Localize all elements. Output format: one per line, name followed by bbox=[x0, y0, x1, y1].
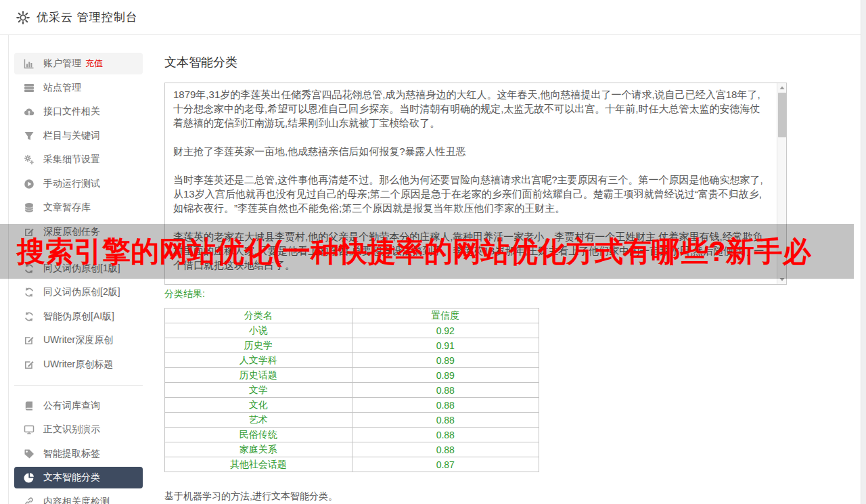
sidebar-item-article-staging[interactable]: 文章暂存库 bbox=[14, 197, 143, 219]
sidebar-item-label: UWriter原创标题 bbox=[43, 359, 113, 371]
bar-chart-icon bbox=[24, 58, 35, 69]
table-cell: 0.92 bbox=[352, 323, 539, 338]
table-row: 其他社会话题0.87 bbox=[165, 457, 539, 472]
result-label: 分类结果: bbox=[164, 288, 205, 300]
page-title: 文本智能分类 bbox=[164, 54, 237, 70]
filter-icon bbox=[24, 131, 35, 141]
classification-result-table: 分类名置信度小说0.92历史学0.91人文学科0.89历史话题0.89文学0.8… bbox=[164, 308, 539, 472]
table-cell: 0.91 bbox=[352, 338, 539, 353]
table-row: 人文学科0.89 bbox=[165, 353, 539, 368]
watermark-overlay: 搜索引擎的网站优化(一种快捷率的网站优化方式有哪些?新手必 bbox=[0, 224, 854, 279]
sidebar-item-ai-rewrite[interactable]: 智能伪原创[AI版] bbox=[14, 306, 143, 327]
table-row: 民俗传统0.88 bbox=[165, 428, 539, 442]
table-cell: 人文学科 bbox=[165, 353, 352, 368]
sidebar-item-label: 公有词库查询 bbox=[43, 400, 100, 412]
watermark-text: 搜索引擎的网站优化(一种快捷率的网站优化方式有哪些?新手必 bbox=[0, 224, 854, 279]
sidebar-item-collection-detail-settings[interactable]: 采集细节设置 bbox=[14, 149, 143, 170]
table-cell: 0.89 bbox=[352, 368, 539, 383]
pie-chart-icon bbox=[24, 472, 35, 483]
sidebar-item-account-management[interactable]: 账户管理充值 bbox=[14, 53, 143, 74]
sidebar-item-label: 采集细节设置 bbox=[43, 154, 100, 166]
refresh-icon bbox=[24, 311, 35, 322]
cloud-upload-icon bbox=[24, 106, 35, 117]
app-window: 优采云 管理控制台 账户管理充值站点管理接口文件相关栏目与关键词采集细节设置手动… bbox=[0, 0, 866, 504]
sidebar-item-columns-keywords[interactable]: 栏目与关键词 bbox=[14, 125, 143, 147]
table-header-row: 分类名置信度 bbox=[165, 308, 539, 323]
gears-icon bbox=[24, 154, 35, 165]
input-paragraph: 财主抢了李莲英家一亩地,他成慈禧亲信后如何报复?暴露人性丑恶 bbox=[173, 144, 767, 158]
sidebar-item-uwriter-original-title[interactable]: UWriter原创标题 bbox=[14, 354, 143, 375]
sidebar-item-label: 接口文件相关 bbox=[43, 106, 100, 118]
scroll-up-icon[interactable] bbox=[779, 85, 785, 91]
sidebar-item-text-classification[interactable]: 文本智能分类 bbox=[14, 467, 143, 488]
footer-note: 基于机器学习的方法,进行文本智能分类。 bbox=[164, 490, 338, 503]
monitor-icon bbox=[24, 424, 35, 435]
sidebar-item-label: 手动运行测试 bbox=[43, 178, 100, 190]
sidebar-item-label: UWriter深度原创 bbox=[43, 334, 113, 346]
database-icon bbox=[24, 202, 35, 213]
tag-icon bbox=[24, 449, 35, 459]
table-cell: 0.89 bbox=[352, 353, 539, 368]
book-icon bbox=[24, 400, 35, 411]
table-cell: 文化 bbox=[165, 398, 352, 413]
refresh-icon bbox=[24, 287, 35, 298]
page-scrollbar[interactable] bbox=[861, 0, 866, 504]
table-row: 历史话题0.89 bbox=[165, 368, 539, 383]
table-cell: 其他社会话题 bbox=[165, 457, 352, 472]
sidebar-item-label: 同义词伪原创[2版] bbox=[43, 286, 120, 298]
sidebar-item-smart-tag-extraction[interactable]: 智能提取标签 bbox=[14, 443, 143, 465]
table-cell: 家庭关系 bbox=[165, 442, 352, 457]
table-cell: 小说 bbox=[165, 323, 352, 338]
table-cell: 0.88 bbox=[352, 398, 539, 413]
table-cell: 民俗传统 bbox=[165, 428, 352, 442]
table-cell: 艺术 bbox=[165, 413, 352, 428]
table-header-cell: 置信度 bbox=[352, 308, 539, 323]
table-header-cell: 分类名 bbox=[165, 308, 352, 323]
sidebar-item-label: 栏目与关键词 bbox=[43, 130, 100, 142]
sidebar-item-site-management[interactable]: 站点管理 bbox=[14, 77, 143, 99]
input-paragraph: 1879年,31岁的李莲英出任储秀宫四品花翎总管,成为慈禧身边的大红人。这年春天… bbox=[173, 87, 767, 130]
app-title: 优采云 管理控制台 bbox=[37, 9, 138, 25]
gear-icon bbox=[16, 11, 30, 24]
app-header: 优采云 管理控制台 bbox=[0, 0, 866, 35]
table-cell: 历史话题 bbox=[165, 368, 352, 383]
edit-icon bbox=[24, 359, 35, 370]
server-icon bbox=[24, 83, 35, 93]
sidebar-item-label: 账户管理 bbox=[43, 58, 81, 70]
input-paragraph: 当时李莲英还是二总管,这件事他再清楚不过。那么他为何还要冒险向慈禧请求出宫呢?主… bbox=[173, 173, 767, 215]
sidebar-item-label: 文本智能分类 bbox=[43, 472, 100, 484]
sidebar-item-interface-files[interactable]: 接口文件相关 bbox=[14, 101, 143, 122]
table-row: 历史学0.91 bbox=[165, 338, 539, 353]
table-row: 家庭关系0.88 bbox=[165, 442, 539, 457]
table-cell: 历史学 bbox=[165, 338, 352, 353]
sidebar-item-label: 内容相关度检测 bbox=[43, 496, 110, 504]
edit-icon bbox=[24, 335, 35, 346]
sidebar-item-label: 正文识别演示 bbox=[43, 423, 100, 436]
sidebar-item-label: 智能提取标签 bbox=[43, 448, 100, 460]
table-cell: 0.88 bbox=[352, 413, 539, 428]
sidebar-item-label: 智能伪原创[AI版] bbox=[43, 311, 114, 323]
sidebar-divider bbox=[14, 385, 143, 386]
table-cell: 文学 bbox=[165, 383, 352, 398]
recharge-badge[interactable]: 充值 bbox=[85, 58, 103, 70]
sidebar-item-synonym-rewrite-v2[interactable]: 同义词伪原创[2版] bbox=[14, 281, 143, 303]
table-row: 文化0.88 bbox=[165, 398, 539, 413]
table-row: 艺术0.88 bbox=[165, 413, 539, 428]
table-row: 小说0.92 bbox=[165, 323, 539, 338]
sidebar-item-uwriter-deep-original[interactable]: UWriter深度原创 bbox=[14, 329, 143, 351]
scrollbar-thumb[interactable] bbox=[778, 93, 786, 137]
sidebar-item-content-relevance-check[interactable]: 内容相关度检测 bbox=[14, 491, 143, 504]
table-cell: 0.88 bbox=[352, 442, 539, 457]
sidebar-item-manual-run-test[interactable]: 手动运行测试 bbox=[14, 173, 143, 195]
sidebar-item-content-recognition-demo[interactable]: 正文识别演示 bbox=[14, 419, 143, 440]
sidebar-item-public-lexicon-query[interactable]: 公有词库查询 bbox=[14, 395, 143, 417]
table-cell: 0.87 bbox=[352, 457, 539, 472]
table-cell: 0.88 bbox=[352, 428, 539, 442]
sidebar-item-label: 文章暂存库 bbox=[43, 202, 91, 214]
link-icon bbox=[24, 497, 35, 504]
table-cell: 0.88 bbox=[352, 383, 539, 398]
sidebar-item-label: 站点管理 bbox=[43, 82, 81, 94]
table-row: 文学0.88 bbox=[165, 383, 539, 398]
play-circle-icon bbox=[24, 179, 35, 189]
